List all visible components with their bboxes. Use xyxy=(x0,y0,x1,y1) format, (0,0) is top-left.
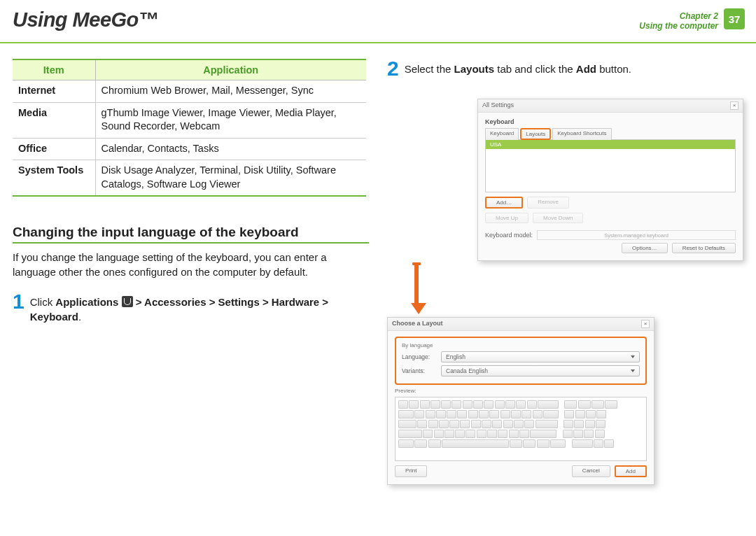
step-2-body: Select the Layouts tab and click the Add… xyxy=(405,59,631,76)
chapter-box: Chapter 2 Using the computer 37 xyxy=(639,8,745,34)
keyboard-settings-dialog: All Settings × Keyboard Keyboard Layouts… xyxy=(477,99,743,261)
move-down-button[interactable]: Move Down xyxy=(533,213,583,223)
cell-item: Internet xyxy=(13,80,95,103)
cell-app: Calendar, Contacts, Tasks xyxy=(95,138,366,160)
dialog-titlebar: Choose a Layout × xyxy=(388,318,654,331)
section-heading: Changing the input language of the keybo… xyxy=(13,225,369,244)
tab-layouts[interactable]: Layouts xyxy=(520,128,551,140)
step-1-body: Click Applications > Accessories > Setti… xyxy=(30,292,369,324)
chapter-line1: Chapter 2 xyxy=(639,11,718,21)
keyboard-model-row: Keyboard model: System-managed keyboard xyxy=(485,230,736,240)
tabs-row: Keyboard Layouts Keyboard Shortcuts xyxy=(485,128,736,140)
add-button[interactable]: Add xyxy=(615,465,647,477)
keyboard-label: Keyboard xyxy=(485,118,736,125)
t: . xyxy=(78,311,81,323)
print-button[interactable]: Print xyxy=(395,465,427,477)
t: button. xyxy=(596,63,631,75)
tab-keyboard-shortcuts[interactable]: Keyboard Shortcuts xyxy=(552,128,611,140)
add-button[interactable]: Add… xyxy=(485,197,523,209)
cell-app: Disk Usage Analyzer, Terminal, Disk Util… xyxy=(95,160,366,197)
close-icon[interactable]: × xyxy=(730,101,738,110)
chapter-line2: Using the computer xyxy=(639,21,718,31)
layout-list-item[interactable]: USA xyxy=(486,140,735,149)
step-2: 2 Select the Layouts tab and click the A… xyxy=(387,59,743,78)
table-head-item: Item xyxy=(13,59,95,80)
by-language-label: By language xyxy=(402,342,640,348)
keyboard-model-value: System-managed keyboard xyxy=(537,230,736,240)
applications-table: Item Application Internet Chromium Web B… xyxy=(13,59,366,197)
table-row: System Tools Disk Usage Analyzer, Termin… xyxy=(13,160,366,197)
cell-item: Office xyxy=(13,138,95,160)
table-head-application: Application xyxy=(95,59,366,80)
cancel-button[interactable]: Cancel xyxy=(572,465,610,477)
chapter-text: Chapter 2 Using the computer xyxy=(639,8,724,34)
layout-list[interactable]: USA xyxy=(485,139,736,192)
cell-app: Chromium Web Brower, Mail, Messenger, Sy… xyxy=(95,80,366,103)
table-row: Office Calendar, Contacts, Tasks xyxy=(13,138,366,160)
page-number-badge: 37 xyxy=(724,8,745,29)
t-bold: Layouts xyxy=(454,63,495,75)
cell-item: Media xyxy=(13,102,95,138)
choose-layout-dialog: Choose a Layout × By language Language: … xyxy=(387,317,654,485)
dialog-title: Choose a Layout xyxy=(392,320,443,328)
step-1: 1 Click Applications > Accessories > Set… xyxy=(13,292,369,324)
move-up-button[interactable]: Move Up xyxy=(485,213,528,223)
chevron-down-icon xyxy=(631,355,635,358)
tab-keyboard[interactable]: Keyboard xyxy=(485,128,519,140)
variants-label: Variants: xyxy=(402,367,437,374)
close-icon[interactable]: × xyxy=(641,320,650,328)
section-paragraph: If you change the language setting of th… xyxy=(13,251,369,279)
table-row: Media gThumb Image Viewer, Image Viewer,… xyxy=(13,102,366,138)
selection-highlight-box: By language Language: English Variants: xyxy=(395,337,647,385)
t: Click xyxy=(30,296,56,308)
remove-button[interactable]: Remove xyxy=(527,197,569,209)
cell-item: System Tools xyxy=(13,160,95,197)
t: tab and click the xyxy=(494,63,576,75)
variants-select[interactable]: Canada English xyxy=(441,365,640,376)
flow-arrow-icon xyxy=(411,264,422,314)
figure-stack: All Settings × Keyboard Keyboard Layouts… xyxy=(387,99,743,485)
page-header: Using MeeGo™ Chapter 2 Using the compute… xyxy=(0,0,756,43)
page-title: Using MeeGo™ xyxy=(13,8,158,31)
right-column: 2 Select the Layouts tab and click the A… xyxy=(387,59,743,485)
keyboard-preview xyxy=(395,397,647,461)
applications-icon xyxy=(122,296,133,307)
preview-label: Preview: xyxy=(395,388,647,394)
left-column: Item Application Internet Chromium Web B… xyxy=(13,59,369,485)
all-settings-breadcrumb[interactable]: All Settings xyxy=(482,101,514,110)
language-value: English xyxy=(446,353,465,360)
variants-value: Canada English xyxy=(446,367,488,374)
t-bold: Applications xyxy=(55,296,118,308)
step-number: 2 xyxy=(387,59,399,78)
options-button[interactable]: Options… xyxy=(622,243,668,253)
language-label: Language: xyxy=(402,353,437,360)
t-bold: Add xyxy=(576,63,596,75)
language-select[interactable]: English xyxy=(441,351,640,362)
dialog-titlebar: All Settings × xyxy=(478,99,743,113)
chevron-down-icon xyxy=(631,369,635,372)
table-row: Internet Chromium Web Brower, Mail, Mess… xyxy=(13,80,366,103)
step-number: 1 xyxy=(13,292,24,311)
keyboard-model-label: Keyboard model: xyxy=(485,232,533,239)
reset-defaults-button[interactable]: Reset to Defaults xyxy=(672,243,736,253)
cell-app: gThumb Image Viewer, Image Viewer, Media… xyxy=(95,102,366,138)
t: Select the xyxy=(405,63,454,75)
